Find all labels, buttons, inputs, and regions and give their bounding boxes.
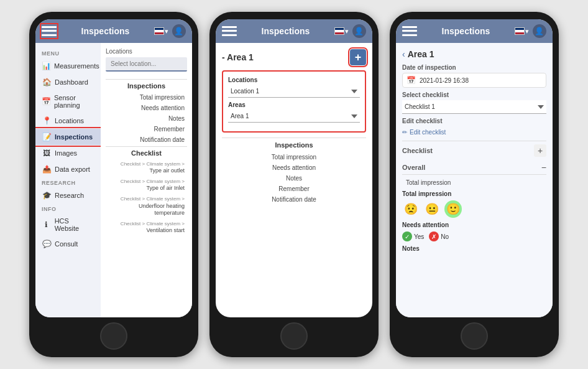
phone-2: Inspections ▾ 👤 - Area 1 + Locations (209, 12, 379, 357)
phone-3-body: ‹ Area 1 Date of inspection 📅 2021-01-29… (396, 43, 553, 317)
sidebar-item-dashboard[interactable]: 🏠 Dashboard (35, 74, 101, 90)
uk-flag-icon-3 (515, 27, 525, 35)
date-inspection-label: Date of inspection (402, 64, 546, 71)
language-selector-1[interactable]: ▾ (154, 27, 168, 35)
header-title-1: Inspections (81, 26, 130, 36)
hcs-icon: ℹ (42, 220, 52, 229)
sidebar-item-measurements[interactable]: 📊 Measurements (35, 58, 101, 74)
edit-pencil-icon: ✏ (402, 129, 407, 136)
menu-label: MENU (35, 48, 101, 58)
checklist-name-0: Type air outlet (149, 167, 185, 174)
insp-row-needs-2[interactable]: Needs attention (222, 162, 366, 173)
header-title-3: Inspections (442, 26, 490, 36)
sidebar-images-label: Images (55, 149, 77, 157)
insp-row-total-2[interactable]: Total impression (222, 152, 366, 162)
emoji-happy-button[interactable]: 🙂 (444, 200, 462, 218)
menu-button-1[interactable] (42, 25, 57, 37)
checklist-header-title-3: Checklist (402, 147, 433, 154)
add-inspection-button[interactable]: + (350, 49, 366, 65)
locations-icon: 📍 (42, 116, 52, 125)
edit-checklist-button[interactable]: ✏ Edit checklist (402, 126, 446, 138)
home-button-3[interactable] (461, 322, 488, 350)
user-avatar-2[interactable]: 👤 (352, 24, 366, 38)
inspections-icon: 📝 (42, 133, 52, 141)
insp-row-notes-2[interactable]: Notes (222, 173, 366, 184)
sidebar-item-consult[interactable]: 💬 Consult (35, 236, 101, 252)
collapse-overall-button[interactable]: − (541, 162, 546, 172)
edit-checklist-label: Edit checklist (402, 118, 546, 124)
emoji-sad-button[interactable]: 😟 (402, 200, 420, 218)
phone-2-screen: Inspections ▾ 👤 - Area 1 + Locations (216, 19, 372, 317)
insp-row-notification-2[interactable]: Notification date (222, 194, 366, 205)
checklist-name-1: Type of air Inlet (146, 185, 185, 191)
date-value-3: 2021-01-29 16:38 (420, 77, 469, 84)
phone-3-header: Inspections ▾ 👤 (396, 19, 553, 43)
language-selector-3[interactable]: ▾ (515, 27, 529, 35)
location-input-1[interactable] (106, 57, 187, 72)
sidebar-item-locations[interactable]: 📍 Locations (35, 113, 101, 129)
menu-button-3[interactable] (402, 25, 417, 37)
inspection-row-notes[interactable]: Notes (106, 113, 187, 124)
uk-flag-icon-2 (334, 27, 344, 35)
checklist-header-row-3: Checklist + (402, 141, 546, 160)
sidebar-measurements-label: Measurements (54, 62, 99, 70)
inspection-row-needs[interactable]: Needs attention (106, 103, 187, 113)
inspections-section-title-2: Inspections (222, 138, 366, 152)
checklist-path-3: Checklist > Climate system > (108, 221, 185, 227)
checklist-select-3[interactable]: Checklist 1 (402, 100, 546, 114)
checklist-item-1[interactable]: Checklist > Climate system > Type of air… (106, 177, 187, 194)
emoji-neutral-button[interactable]: 😐 (423, 200, 441, 218)
home-button-2[interactable] (280, 322, 308, 350)
area-select-2[interactable]: Area 1 (228, 110, 360, 123)
sidebar-item-data-export[interactable]: 📤 Data export (35, 161, 101, 177)
home-button-1[interactable] (100, 322, 127, 350)
date-row-3: 📅 2021-01-29 16:38 (402, 73, 546, 88)
checklist-path-2: Checklist > Climate system > (108, 196, 185, 202)
checklist-item-2[interactable]: Checklist > Climate system > Underfloor … (106, 194, 187, 219)
dashboard-icon: 🏠 (42, 78, 52, 86)
user-avatar-1[interactable]: 👤 (172, 24, 186, 38)
notes-label-3: Notes (402, 245, 546, 252)
no-label-3: No (441, 233, 449, 240)
location-select-2[interactable]: Location 1 (228, 85, 360, 98)
inspection-row-total[interactable]: Total impression (106, 92, 187, 103)
sidebar-item-sensor-planning[interactable]: 📅 Sensor planning (35, 90, 101, 113)
user-avatar-3[interactable]: 👤 (533, 24, 546, 38)
sidebar-item-hcs-website[interactable]: ℹ HCS Website (35, 213, 101, 236)
back-button-3[interactable]: ‹ (402, 49, 405, 59)
flag-dropdown-3: ▾ (525, 27, 529, 35)
yes-badge-3[interactable]: ✓ Yes (402, 231, 424, 241)
yes-label-3: Yes (414, 233, 424, 240)
uk-flag-icon-1 (154, 27, 164, 35)
total-impression-row-3: Total impression (402, 177, 546, 188)
yes-no-row-3: ✓ Yes ✗ No (402, 230, 546, 243)
checklist-item-0[interactable]: Checklist > Climate system > Type air ou… (106, 159, 187, 177)
checklist-add-button[interactable]: + (534, 144, 546, 157)
inspections-section-divider: Inspections (106, 79, 187, 92)
menu-button-2[interactable] (222, 25, 237, 37)
language-selector-2[interactable]: ▾ (334, 27, 349, 35)
research-icon: 🎓 (42, 191, 52, 200)
location-area-form: Locations Location 1 Areas Area 1 (222, 70, 366, 133)
sensor-planning-icon: 📅 (42, 97, 51, 106)
no-badge-3[interactable]: ✗ No (429, 231, 449, 241)
edit-checklist-btn-label: Edit checklist (410, 129, 446, 136)
locations-form-label: Locations (228, 77, 360, 83)
sidebar-item-images[interactable]: 🖼 Images (35, 145, 101, 161)
inspection-row-notification[interactable]: Notification date (106, 134, 187, 145)
insp-row-remember-2[interactable]: Remember (222, 184, 366, 194)
sidebar-item-research[interactable]: 🎓 Research (35, 187, 101, 203)
area-title-3: Area 1 (408, 49, 434, 59)
content-panel-1: Locations Inspections Total impression N… (101, 43, 192, 317)
inspection-row-remember[interactable]: Remember (106, 124, 187, 134)
sidebar-item-inspections[interactable]: 📝 Inspections (35, 129, 101, 145)
phone-1: Inspections ▾ 👤 MENU 📊 Measurements (29, 12, 198, 357)
measurements-icon: 📊 (42, 62, 51, 70)
header-right-3: ▾ 👤 (515, 24, 546, 38)
area-header-2: - Area 1 + (222, 49, 366, 65)
area-title-2: - Area 1 (222, 52, 254, 62)
checklist-item-3[interactable]: Checklist > Climate system > Ventilation… (106, 219, 187, 236)
overall-header-3: Overall − (402, 162, 546, 175)
overall-section-3: Overall − Total impression Total impress… (402, 162, 546, 252)
sidebar-locations-label: Locations (55, 117, 84, 124)
